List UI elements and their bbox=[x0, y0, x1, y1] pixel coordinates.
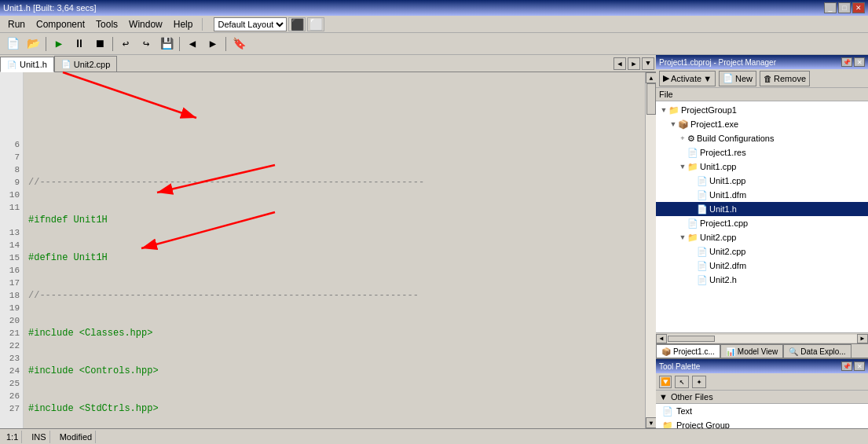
maximize-button[interactable]: □ bbox=[838, 2, 851, 13]
tree-item-unit2cpp-folder[interactable]: ▼ 📁 Unit2.cpp bbox=[656, 230, 868, 244]
tp-cursor-btn[interactable]: ↖ bbox=[675, 376, 689, 388]
title-bar: Unit1.h [Built: 3,64 secs] _ □ ✕ bbox=[0, 0, 868, 16]
tp-wand-btn[interactable]: ✦ bbox=[692, 376, 706, 388]
tree-label: Unit1.cpp bbox=[709, 176, 745, 185]
tab-nav-right[interactable]: ▶ bbox=[628, 57, 640, 70]
open-button[interactable]: 📂 bbox=[24, 35, 42, 53]
expand-icon: ▼ bbox=[678, 163, 687, 171]
panel-tab-model[interactable]: 📊 Model View bbox=[720, 344, 784, 358]
tree-item-projectgroup[interactable]: ▼ 📁 ProjectGroup1 bbox=[656, 103, 868, 117]
panel-tab-data[interactable]: 🔍 Data Explo... bbox=[783, 344, 851, 358]
tp-pin-button[interactable]: 📌 bbox=[841, 361, 852, 371]
tp-item-text[interactable]: 📄 Text bbox=[656, 404, 868, 418]
pm-pin-button[interactable]: 📌 bbox=[841, 57, 852, 67]
code-line: #include <Classes.hpp> bbox=[28, 327, 640, 339]
scroll-thumb[interactable] bbox=[646, 83, 656, 115]
close-button[interactable]: ✕ bbox=[852, 2, 865, 13]
tree-label: Unit2.dfm bbox=[709, 261, 746, 270]
tree-item-unit1cpp-file[interactable]: 📄 Unit1.cpp bbox=[656, 174, 868, 188]
file-icon: 📄 bbox=[697, 261, 708, 271]
toolbar-btn2[interactable]: ⬜ bbox=[307, 17, 324, 31]
back-button[interactable]: ◀ bbox=[183, 35, 202, 53]
tree-item-build-configurations[interactable]: + ⚙ Build Configurations bbox=[656, 131, 868, 145]
activate-button[interactable]: ▶ Activate ▼ bbox=[659, 71, 716, 86]
tree-item-unit2h[interactable]: 📄 Unit2.h bbox=[656, 273, 868, 287]
tree-hscroll[interactable]: ◀ ▶ bbox=[656, 332, 868, 343]
package-icon: 📦 bbox=[678, 119, 689, 130]
tree-label: Project1.exe bbox=[690, 119, 738, 129]
tab-nav: ◀ ▶ ▼ bbox=[612, 56, 656, 72]
toolbar-btn1[interactable]: ⬛ bbox=[288, 17, 306, 31]
hscroll-thumb[interactable] bbox=[668, 336, 715, 342]
expand-icon: ▼ bbox=[668, 120, 678, 128]
file-icon: 📄 bbox=[697, 190, 708, 200]
tree-item-project1cpp[interactable]: 📄 Project1.cpp bbox=[656, 216, 868, 230]
redo-button[interactable]: ↪ bbox=[137, 35, 156, 53]
menu-window[interactable]: Window bbox=[124, 17, 167, 31]
file-icon: 📄 bbox=[697, 204, 708, 215]
tree-item-unit2dfm[interactable]: 📄 Unit2.dfm bbox=[656, 259, 868, 273]
new-label: New bbox=[735, 74, 753, 83]
tab-unit1h[interactable]: 📄 Unit1.h bbox=[0, 57, 54, 72]
forward-button[interactable]: ▶ bbox=[203, 35, 222, 53]
tree-item-project1exe[interactable]: ▼ 📦 Project1.exe bbox=[656, 117, 868, 131]
new-pm-button[interactable]: 📄 New bbox=[719, 71, 756, 86]
tree-item-unit1cpp-folder[interactable]: ▼ 📁 Unit1.cpp bbox=[656, 160, 868, 174]
folder-icon: 📁 bbox=[687, 162, 698, 172]
hscroll-left[interactable]: ◀ bbox=[656, 334, 667, 343]
run-button[interactable]: ▶ bbox=[49, 35, 68, 53]
tree-item-unit1dfm[interactable]: 📄 Unit1.dfm bbox=[656, 188, 868, 202]
panel-tab-data-icon: 🔍 bbox=[789, 347, 798, 356]
status-modified: Modified bbox=[57, 431, 97, 443]
stop-button[interactable]: ⏹ bbox=[90, 35, 109, 53]
tab-unit2cpp-icon: 📄 bbox=[61, 60, 71, 68]
pause-button[interactable]: ⏸ bbox=[70, 35, 89, 53]
bookmark-button[interactable]: 🔖 bbox=[229, 35, 248, 53]
tab-unit2cpp-label: Unit2.cpp bbox=[74, 60, 110, 69]
panel-tab-project1[interactable]: 📦 Project1.c... bbox=[656, 344, 720, 358]
editor-scrollbar[interactable]: ▲ ▼ bbox=[645, 72, 656, 428]
menu-run[interactable]: Run bbox=[3, 17, 30, 31]
minimize-button[interactable]: _ bbox=[824, 2, 837, 13]
pm-toolbar: ▶ Activate ▼ 📄 New 🗑 Remove bbox=[656, 69, 868, 88]
expand-icon: ▼ bbox=[678, 233, 687, 241]
line-numbers: 6 7 8 9 10 11 13 14 15 16 17 18 19 20 21… bbox=[0, 72, 24, 428]
code-content[interactable]: //--------------------------------------… bbox=[24, 72, 645, 428]
scroll-down-btn[interactable]: ▼ bbox=[646, 417, 656, 428]
remove-pm-button[interactable]: 🗑 Remove bbox=[760, 71, 810, 86]
hscroll-track[interactable] bbox=[667, 335, 857, 343]
tab-nav-down[interactable]: ▼ bbox=[642, 57, 654, 70]
tree-label: Project1.res bbox=[700, 148, 746, 157]
pm-close-button[interactable]: ✕ bbox=[854, 57, 865, 67]
tp-section-other-files[interactable]: ▼ Other Files bbox=[656, 391, 868, 404]
tp-title-buttons: 📌 ✕ bbox=[841, 361, 865, 371]
tab-unit1h-icon: 📄 bbox=[7, 61, 16, 69]
tp-search-dropdown[interactable]: 🔽 bbox=[659, 376, 672, 388]
code-line: //--------------------------------------… bbox=[28, 289, 640, 302]
tab-nav-left[interactable]: ◀ bbox=[613, 57, 626, 70]
undo-button[interactable]: ↩ bbox=[116, 35, 135, 53]
tab-unit2cpp[interactable]: 📄 Unit2.cpp bbox=[54, 56, 117, 72]
title-bar-buttons: _ □ ✕ bbox=[824, 2, 865, 13]
new-button[interactable]: 📄 bbox=[3, 35, 22, 53]
tp-close-button[interactable]: ✕ bbox=[854, 361, 865, 371]
menu-tools[interactable]: Tools bbox=[91, 17, 123, 31]
scroll-track[interactable] bbox=[646, 83, 656, 417]
scroll-up-btn[interactable]: ▲ bbox=[646, 72, 656, 83]
tree-view[interactable]: ▼ 📁 ProjectGroup1 ▼ 📦 Project1.exe + ⚙ B… bbox=[656, 101, 868, 332]
remove-icon: 🗑 bbox=[764, 74, 772, 83]
save-button[interactable]: 💾 bbox=[157, 35, 176, 53]
tree-item-project1res[interactable]: 📄 Project1.res bbox=[656, 145, 868, 160]
tree-item-unit1h[interactable]: 📄 Unit1.h bbox=[656, 202, 868, 216]
menu-component[interactable]: Component bbox=[31, 17, 90, 31]
tp-section-expand-icon: ▼ bbox=[659, 392, 668, 402]
layout-select[interactable]: Default Layout bbox=[214, 17, 287, 31]
hscroll-right[interactable]: ▶ bbox=[857, 334, 868, 343]
layout-dropdown[interactable]: Default Layout bbox=[214, 17, 287, 31]
tree-item-unit2cpp-file[interactable]: 📄 Unit2.cpp bbox=[656, 244, 868, 259]
tree-label: Build Configurations bbox=[697, 134, 774, 143]
menu-help[interactable]: Help bbox=[169, 17, 198, 31]
panel-tab-project1-label: Project1.c... bbox=[673, 347, 715, 356]
file-label: File bbox=[656, 88, 868, 101]
tp-item-project-group[interactable]: 📁 Project Group bbox=[656, 418, 868, 428]
